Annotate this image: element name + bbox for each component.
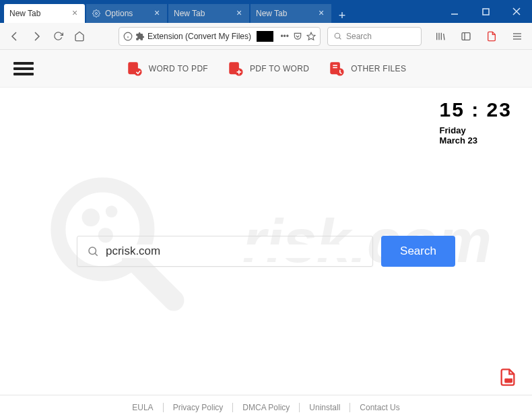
home-button[interactable] xyxy=(70,27,89,46)
svg-rect-26 xyxy=(333,67,338,68)
footer-link-uninstall[interactable]: Uninstall xyxy=(300,403,350,412)
tab-new-tab-3[interactable]: New Tab × xyxy=(251,4,331,23)
main-search-input[interactable] xyxy=(106,245,363,258)
pdf-to-word-icon xyxy=(227,60,244,77)
tab-label: New Tab xyxy=(256,9,317,18)
urlbar-redacted xyxy=(257,31,273,42)
svg-line-34 xyxy=(95,253,98,256)
menu-icon[interactable] xyxy=(508,27,527,46)
gear-icon xyxy=(92,9,101,18)
tab-label: New Tab xyxy=(174,9,234,18)
urlbar-text: Extension (Convert My Files) xyxy=(147,32,251,41)
svg-point-9 xyxy=(335,33,340,38)
back-button[interactable] xyxy=(5,27,24,46)
extension-toolbar: WORD TO PDF PDF TO WORD OTHER FILES xyxy=(0,50,532,88)
tab-label: New Tab xyxy=(9,9,70,18)
svg-rect-2 xyxy=(483,9,489,15)
search-icon xyxy=(87,245,99,257)
floating-pdf-button[interactable]: PDF xyxy=(498,368,517,387)
url-bar[interactable]: Extension (Convert My Files) ••• xyxy=(119,27,321,46)
ext-link-label: WORD TO PDF xyxy=(149,64,208,73)
svg-point-0 xyxy=(96,13,98,15)
svg-marker-8 xyxy=(307,32,315,40)
svg-text:PDF: PDF xyxy=(506,379,512,383)
forward-button[interactable] xyxy=(27,27,46,46)
library-icon[interactable] xyxy=(431,27,450,46)
main-search-area: Search xyxy=(77,236,455,267)
close-icon[interactable]: × xyxy=(317,9,326,18)
word-to-pdf-icon xyxy=(126,60,143,77)
other-files-icon xyxy=(328,60,345,77)
tab-options[interactable]: Options × xyxy=(86,4,167,23)
close-icon[interactable]: × xyxy=(152,9,162,18)
browser-search-field[interactable]: Search xyxy=(327,27,422,46)
svg-rect-25 xyxy=(333,65,338,66)
tab-strip: New Tab × Options × New Tab × New Tab × … xyxy=(0,0,439,23)
search-icon xyxy=(333,32,342,40)
titlebar: New Tab × Options × New Tab × New Tab × … xyxy=(0,0,532,23)
footer-link-dmca[interactable]: DMCA Policy xyxy=(233,403,299,412)
tab-new-tab-2[interactable]: New Tab × xyxy=(168,4,249,23)
main-search-box[interactable] xyxy=(77,236,373,267)
reload-button[interactable] xyxy=(48,27,67,46)
close-icon[interactable]: × xyxy=(234,9,244,18)
extension-icon xyxy=(135,32,145,41)
info-icon[interactable] xyxy=(123,32,133,41)
close-window-button[interactable] xyxy=(501,0,532,23)
svg-line-10 xyxy=(339,38,341,40)
more-icon[interactable]: ••• xyxy=(280,32,289,41)
search-placeholder: Search xyxy=(346,32,372,41)
ext-link-label: PDF TO WORD xyxy=(250,64,309,73)
svg-line-14 xyxy=(444,34,444,40)
clock-time: 15 : 23 xyxy=(440,98,512,121)
window-controls xyxy=(439,0,532,23)
footer-link-eula[interactable]: EULA xyxy=(123,403,162,412)
clock-date: March 23 xyxy=(440,135,512,146)
svg-point-21 xyxy=(134,68,141,75)
page-content: risk.com 15 : 23 Friday March 23 Search … xyxy=(0,88,532,395)
clock-widget: 15 : 23 Friday March 23 xyxy=(440,98,512,146)
new-tab-button[interactable]: + xyxy=(333,9,352,23)
svg-point-30 xyxy=(81,209,99,226)
ext-link-label: OTHER FILES xyxy=(351,64,406,73)
minimize-button[interactable] xyxy=(439,0,470,23)
svg-point-31 xyxy=(106,205,118,218)
other-files-link[interactable]: OTHER FILES xyxy=(328,60,406,77)
tab-new-tab-1[interactable]: New Tab × xyxy=(4,4,85,23)
footer-link-privacy[interactable]: Privacy Policy xyxy=(164,403,233,412)
footer: EULA Privacy Policy DMCA Policy Uninstal… xyxy=(0,395,532,419)
maximize-button[interactable] xyxy=(470,0,501,23)
sidebar-icon[interactable] xyxy=(457,27,475,46)
page-pdf-icon[interactable] xyxy=(482,27,501,46)
svg-point-33 xyxy=(89,247,96,255)
browser-toolbar: Extension (Convert My Files) ••• Search xyxy=(0,23,532,50)
svg-rect-15 xyxy=(462,32,470,40)
word-to-pdf-link[interactable]: WORD TO PDF xyxy=(126,60,208,77)
tab-label: Options xyxy=(105,9,152,18)
pdf-to-word-link[interactable]: PDF TO WORD xyxy=(227,60,309,77)
footer-link-contact[interactable]: Contact Us xyxy=(350,403,409,412)
hamburger-menu[interactable] xyxy=(13,59,34,78)
clock-day: Friday xyxy=(440,125,512,135)
pocket-icon[interactable] xyxy=(293,32,302,41)
bookmark-icon[interactable] xyxy=(306,32,316,41)
main-search-button[interactable]: Search xyxy=(381,236,455,267)
close-icon[interactable]: × xyxy=(70,9,79,18)
